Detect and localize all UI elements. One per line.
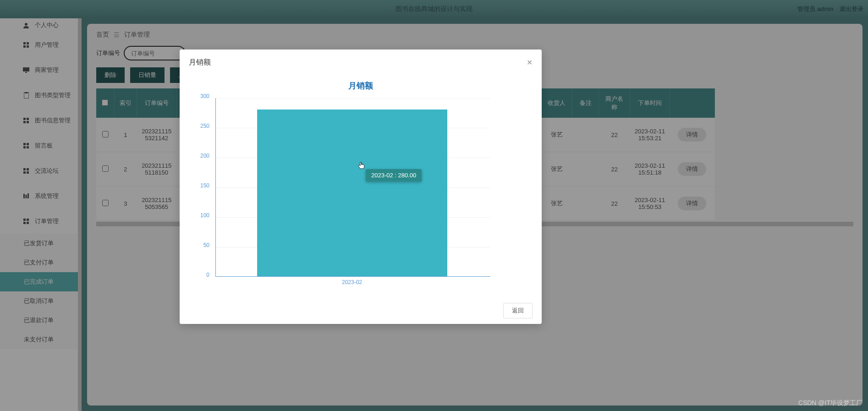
close-icon[interactable]: ✕ xyxy=(527,58,533,67)
chart-area: 300 250 200 150 100 50 0 2023-02 2023-02… xyxy=(212,96,533,288)
modal-footer: 返回 xyxy=(180,297,542,324)
modal-body: 月销额 300 250 200 150 100 50 0 2023-02 20 xyxy=(180,76,542,297)
y-tick: 100 xyxy=(191,212,209,219)
chart-title: 月销额 xyxy=(189,80,533,91)
modal-header: 月销额 ✕ xyxy=(180,49,542,76)
modal-title: 月销额 xyxy=(189,58,211,67)
y-tick: 300 xyxy=(191,93,209,99)
monthly-sales-modal: 月销额 ✕ 月销额 300 250 200 150 100 50 0 xyxy=(180,49,542,324)
y-tick: 0 xyxy=(191,272,209,278)
y-tick: 50 xyxy=(191,242,209,248)
chart-bar[interactable] xyxy=(257,110,447,276)
chart-tooltip: 2023-02 : 280.00 xyxy=(366,169,422,181)
x-tick-label: 2023-02 xyxy=(342,279,362,285)
plot-area: 2023-02 2023-02 : 280.00 xyxy=(215,98,490,277)
y-tick: 250 xyxy=(191,123,209,129)
y-tick: 200 xyxy=(191,153,209,159)
y-tick: 150 xyxy=(191,182,209,189)
y-axis: 300 250 200 150 100 50 0 xyxy=(191,96,209,277)
return-button[interactable]: 返回 xyxy=(503,303,533,318)
cursor-hand-icon xyxy=(358,161,365,170)
watermark: CSDN @IT毕设梦工厂 xyxy=(798,399,863,407)
